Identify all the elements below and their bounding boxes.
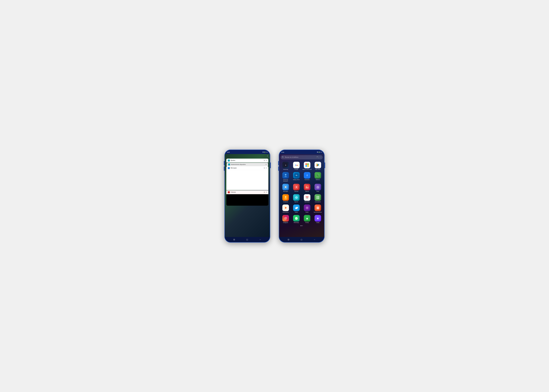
volume-down-button[interactable]: [224, 167, 224, 171]
app-item-camara[interactable]: Cámara: [291, 183, 301, 193]
app-item-apps-microsoft[interactable]: Apps de Microsoft: [302, 161, 312, 171]
app-item-samsung-notes[interactable]: Samsung Notes: [313, 204, 323, 214]
app-item-calendario[interactable]: 23Calendario: [302, 193, 312, 203]
svg-rect-3: [305, 163, 307, 165]
app-item-calculadora[interactable]: Calculadora: [313, 193, 323, 203]
page-dot-2[interactable]: [302, 225, 303, 226]
volume-up-button-right[interactable]: [278, 161, 279, 165]
nav-home-right[interactable]: ◻: [301, 238, 302, 241]
app-icon-feedly: [304, 215, 310, 222]
left-phone: 14:07 🖼 🔋72% ⋮ Ajustes: [224, 150, 270, 243]
svg-rect-6: [307, 165, 309, 167]
app-item-play-musica[interactable]: Play Música: [280, 204, 291, 214]
svg-text:Google: Google: [295, 164, 298, 166]
svg-point-55: [307, 208, 307, 208]
app-icon-ajustes: [293, 194, 300, 201]
app-item-whatsapp[interactable]: WhatsApp: [291, 214, 301, 224]
recent-card-mensajes[interactable]: Mensajes ⊟ ✕: [226, 166, 268, 190]
app-icon-calendario: 23: [304, 194, 310, 201]
svg-rect-45: [318, 196, 319, 197]
app-label-calculadora: Calculadora: [315, 201, 321, 203]
card-close-camara[interactable]: ✕: [266, 191, 267, 193]
app-item-telefono[interactable]: 📞Teléfono: [313, 171, 323, 183]
status-time-right: 14:06: [281, 152, 284, 153]
svg-marker-10: [318, 163, 320, 165]
recent-card-ajustes[interactable]: Ajustes ⊟ ✕: [226, 159, 268, 162]
status-icons-right: 🖼 🔋72%: [317, 152, 322, 153]
card-split-ajustes[interactable]: ⊟: [264, 160, 265, 161]
app-label-google: Google: [294, 169, 298, 170]
card-close-ajustes[interactable]: ✕: [266, 160, 267, 161]
app-item-reloj[interactable]: Reloj: [313, 183, 323, 193]
svg-point-68: [317, 219, 318, 219]
page-dot-1[interactable]: [301, 225, 301, 226]
app-item-cabify[interactable]: Cabify: [313, 214, 323, 224]
nav-back-left[interactable]: ←: [259, 238, 261, 241]
power-button[interactable]: [270, 162, 271, 168]
app-label-reloj: Reloj: [316, 191, 319, 192]
svg-rect-57: [317, 207, 319, 209]
app-item-feedly[interactable]: Feedly: [302, 214, 312, 224]
app-label-calendario: Calendario: [304, 201, 310, 203]
app-item-galaxy-store[interactable]: 🛍Galaxy Store: [291, 171, 301, 183]
card-title-mensajes: Mensajes: [228, 167, 237, 169]
recent-card-camara[interactable]: Cámara ⊟ ✕: [226, 190, 268, 206]
mensajes-preview: [226, 170, 268, 190]
app-label-galaxy-store: Galaxy Store: [293, 179, 299, 181]
mensajes-icon: [228, 167, 230, 169]
app-label-feedly: Feedly: [305, 222, 309, 223]
mic-icon[interactable]: 🎤: [316, 156, 318, 158]
app-label-radio: Radio: [306, 211, 309, 213]
search-bar[interactable]: 🔍 🎤 ⋮: [281, 155, 323, 160]
nav-recent-right[interactable]: ⊟: [288, 238, 289, 241]
app-label-contactos: Contactos: [283, 201, 288, 203]
app-item-google[interactable]: GoogleGoogle: [291, 161, 301, 171]
app-item-twitter[interactable]: Twitter: [291, 204, 301, 214]
app-item-ajustes[interactable]: Ajustes: [291, 193, 301, 203]
nav-recent-left[interactable]: ⊟: [233, 238, 235, 241]
app-label-play-musica: Play Música: [283, 211, 289, 213]
status-icons: 🖼 🔋72%: [263, 152, 268, 153]
svg-point-34: [296, 197, 297, 198]
search-menu-icon[interactable]: ⋮: [320, 156, 321, 158]
volume-up-button[interactable]: [224, 161, 224, 165]
app-label-camara: Cámara: [294, 191, 298, 192]
app-label-samsung-members: Samsung Members: [281, 179, 291, 182]
app-icon-apps-microsoft: [304, 162, 310, 168]
left-nav-bar: ⊟ ◻ ←: [225, 237, 270, 242]
card-split-mensajes[interactable]: ⊟: [264, 167, 265, 169]
svg-rect-24: [305, 185, 309, 189]
app-item-facebook[interactable]: fFacebook: [302, 171, 312, 183]
svg-rect-35: [296, 196, 297, 197]
app-icon-facebook: f: [304, 172, 310, 179]
volume-down-button-right[interactable]: [278, 167, 279, 171]
svg-rect-5: [305, 165, 307, 167]
app-item-contactos[interactable]: Contactos: [280, 193, 291, 203]
app-label-twitter: Twitter: [295, 211, 298, 213]
search-input[interactable]: [285, 156, 315, 158]
app-label-telefono: Teléfono: [316, 179, 320, 181]
app-icon-samsung: S: [282, 162, 289, 168]
power-button-right[interactable]: [325, 162, 325, 168]
app-item-galeria[interactable]: Galería: [302, 183, 312, 193]
card-close-mensajes[interactable]: ✕: [266, 167, 267, 169]
svg-text:S: S: [285, 164, 286, 166]
svg-point-22: [296, 187, 297, 188]
nav-home-left[interactable]: ◻: [246, 238, 248, 241]
page-dots: [279, 225, 324, 227]
card-split-camara[interactable]: ⊟: [264, 191, 265, 193]
svg-rect-37: [295, 197, 296, 198]
app-item-samsung-members[interactable]: Samsung Members: [280, 171, 291, 183]
app-item-instagram[interactable]: Instagram: [280, 214, 291, 224]
recent-card-mantenimiento[interactable]: Mantenimiento dispositivo ✕: [227, 163, 268, 166]
app-item-mensajes[interactable]: 💬Mensajes: [280, 183, 291, 193]
app-item-samsung[interactable]: SSamsung: [280, 161, 291, 171]
svg-point-64: [286, 217, 286, 217]
card-close-mantenimiento[interactable]: ✕: [265, 164, 267, 165]
app-item-radio[interactable]: Radio: [302, 204, 312, 214]
app-item-play-store[interactable]: Play Store: [313, 161, 323, 171]
app-label-ajustes: Ajustes: [294, 201, 298, 203]
recents-menu-button[interactable]: ⋮: [266, 155, 268, 157]
nav-back-right[interactable]: ←: [314, 238, 316, 241]
recents-screen: ⋮ Ajustes ⊟ ✕: [225, 154, 270, 237]
